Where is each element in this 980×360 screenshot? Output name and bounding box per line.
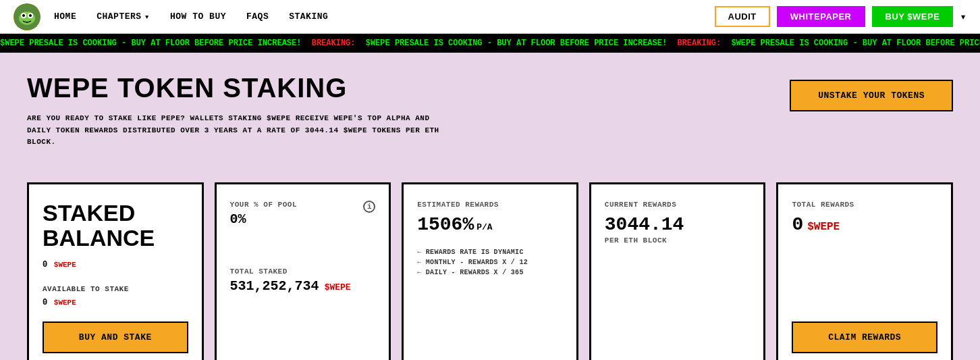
page-subtitle: ARE YOU READY TO STAKE LIKE PEPE? WALLET… [27,113,445,149]
audit-button[interactable]: AUDIT [715,6,770,27]
staked-balance-title: STAKED BALANCE [43,201,188,251]
available-label: AVAILABLE TO STAKE [43,285,188,293]
svg-point-1 [19,11,35,25]
header-right: UNSTAKE YOUR TOKENS [790,73,953,111]
estimated-rewards-label: ESTIMATED REWARDS [417,201,563,209]
est-note-1: REWARDS RATE IS DYNAMIC [417,249,563,256]
total-rewards-currency: $WEPE [807,221,840,233]
total-staked-label: TOTAL STAKED [230,267,376,276]
estimated-suffix: P/A [477,222,492,232]
nav-home[interactable]: HOME [54,11,76,22]
ticker-breaking-2: BREAKING: [677,38,721,48]
navbar: HOME CHAPTERS ▾ HOW TO BUY FAQS STAKING … [0,0,980,34]
pool-value: 0% [230,211,297,227]
total-rewards-label: TOTAL REWARDS [792,201,937,209]
header-left: WEPE TOKEN STAKING ARE YOU READY TO STAK… [27,73,445,169]
nav-more-chevron[interactable]: ▾ [960,10,967,24]
ticker-breaking-1: BREAKING: [312,38,356,48]
card-estimated-rewards: ESTIMATED REWARDS 1506% P/A REWARDS RATE… [402,182,578,360]
cards-row: STAKED BALANCE 0 $WEPE AVAILABLE TO STAK… [27,182,953,360]
page-title: WEPE TOKEN STAKING [27,73,445,103]
nav-how-to-buy[interactable]: HOW TO BUY [170,11,226,22]
available-value: 0 [43,298,47,307]
est-note-2: MONTHLY - REWARDS X / 12 [417,259,563,266]
site-logo[interactable] [13,3,40,30]
chevron-down-icon: ▾ [144,11,150,22]
unstake-button[interactable]: UNSTAKE YOUR TOKENS [790,80,953,111]
total-staked-value: 531,252,734 [230,278,319,294]
pool-header: YOUR % OF POOL 0% i [230,201,376,227]
card-current-rewards: CURRENT REWARDS 3044.14 PER ETH BLOCK [589,182,766,360]
claim-rewards-button[interactable]: CLAIM REWARDS [792,322,937,353]
nav-right: AUDIT WHITEPAPER BUY $WEPE ▾ [715,6,967,27]
card-total-rewards: TOTAL REWARDS 0 $WEPE CLAIM REWARDS [776,182,953,360]
nav-faqs[interactable]: FAQS [246,11,269,22]
news-ticker: $WEPE PRESALE IS COOKING - BUY AT FLOOR … [0,34,980,53]
nav-chapters[interactable]: CHAPTERS ▾ [97,11,150,22]
nav-staking[interactable]: STAKING [289,11,328,22]
total-rewards-value: 0 [792,214,803,235]
estimated-notes: REWARDS RATE IS DYNAMIC MONTHLY - REWARD… [417,249,563,279]
ticker-text-2: $WEPE PRESALE IS COOKING - BUY AT FLOOR … [366,38,667,48]
buy-and-stake-button[interactable]: BUY AND STAKE [43,322,188,353]
est-note-3: DAILY - REWARDS X / 365 [417,269,563,276]
current-rewards-label: CURRENT REWARDS [605,201,751,209]
header-area: WEPE TOKEN STAKING ARE YOU READY TO STAK… [27,73,953,169]
main-content: WEPE TOKEN STAKING ARE YOU READY TO STAK… [0,53,980,360]
your-pool-label: YOUR % OF POOL [230,201,297,209]
estimated-value: 1506% [417,214,474,235]
ticker-text-3: $WEPE PRESALE IS COOKING - BUY AT FLOOR … [731,38,980,48]
per-eth-label: PER ETH BLOCK [605,236,751,245]
total-staked-currency: $WEPE [325,282,351,292]
ticker-content: $WEPE PRESALE IS COOKING - BUY AT FLOOR … [0,38,980,48]
staked-value: 0 [43,260,47,269]
staked-currency: $WEPE [54,261,76,269]
current-rewards-value: 3044.14 [605,214,751,235]
svg-point-4 [22,14,25,17]
info-icon[interactable]: i [363,201,375,213]
whitepaper-button[interactable]: WHITEPAPER [777,6,865,27]
available-currency: $WEPE [54,299,76,307]
card-staked-balance: STAKED BALANCE 0 $WEPE AVAILABLE TO STAK… [27,182,204,360]
nav-links: HOME CHAPTERS ▾ HOW TO BUY FAQS STAKING [54,11,715,22]
svg-point-5 [29,14,32,17]
buy-swepe-button[interactable]: BUY $WEPE [872,6,954,27]
ticker-text-1: $WEPE PRESALE IS COOKING - BUY AT FLOOR … [0,38,301,48]
card-pool: YOUR % OF POOL 0% i TOTAL STAKED 531,252… [215,182,391,360]
